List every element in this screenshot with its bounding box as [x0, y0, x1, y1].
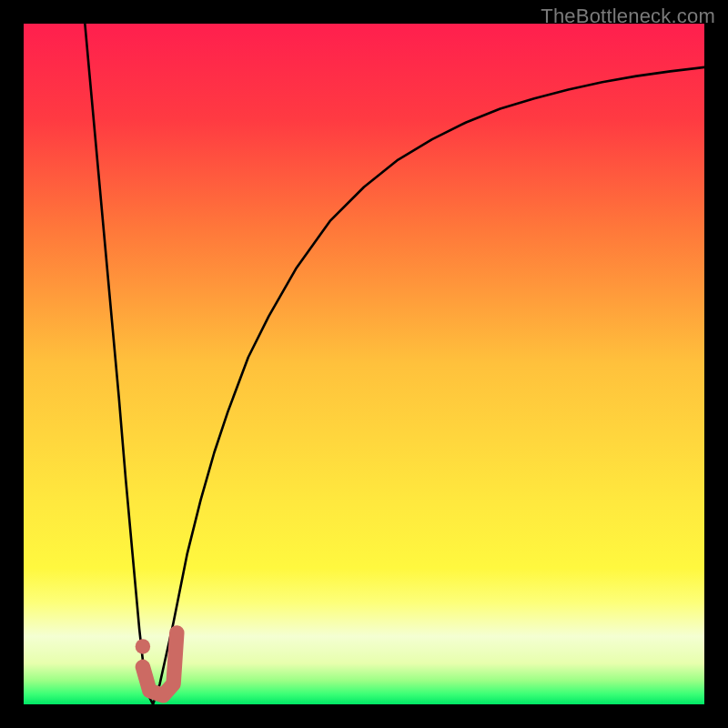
marker-dot: [136, 639, 150, 653]
plot-area: [24, 24, 704, 704]
chart-overlay: [24, 24, 704, 704]
watermark-text: TheBottleneck.com: [541, 5, 715, 28]
outer-frame: TheBottleneck.com: [0, 0, 728, 728]
bottleneck-curve: [85, 24, 704, 704]
